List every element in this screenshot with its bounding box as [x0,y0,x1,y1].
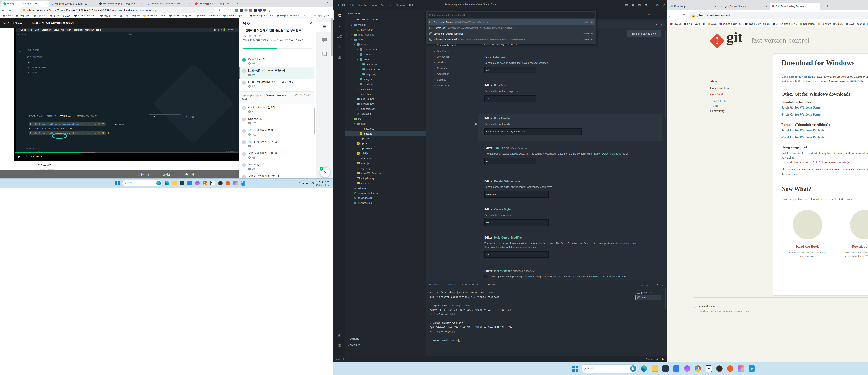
maintained-build-link[interactable]: maintained build [781,80,801,83]
tree-item[interactable]: .gitignore [345,186,426,191]
panel-tab[interactable]: TERMINAL [485,283,497,287]
tab-link[interactable]: Tab [523,275,527,278]
tab-close-icon[interactable]: ✕ [93,2,95,5]
tree-item[interactable]: package.json [345,195,426,200]
settings-toc-item[interactable]: ›Workbench [434,54,477,60]
panel-maximize-icon[interactable]: ⌃ [656,284,659,287]
taskbar-notion-icon[interactable] [705,365,713,373]
lecture-list-item[interactable]: ✓ 상품 업로드 페이지 구현 - 1 ▶ [239,173,313,179]
video-panel-tab[interactable]: PROBLEMS [29,115,42,119]
reload-icon[interactable]: ⟳ [14,8,17,12]
tree-item[interactable]: ∨ icons [345,57,426,62]
lecture-list-item[interactable]: ✓ 상품 상세 페이지 구현 - 3 ▶6분 [239,150,313,161]
detect-indentation-link[interactable]: Editor: Detect Indentation [594,152,623,155]
volume-icon[interactable]: ◁) [25,155,28,158]
clear-settings-filter-icon[interactable]: ≡✕ [654,23,658,26]
taskbar-chrome-icon[interactable] [202,180,208,186]
bookmark-item[interactable]: 정보보호볼륨관리 [718,22,744,26]
tree-item[interactable]: index.css [345,156,426,161]
browser-tab[interactable]: Git - Downloading Package ✕ [770,3,820,10]
tree-item[interactable]: manifest.json [345,106,426,112]
multicursor-modifier-link[interactable]: multicursor modifier [516,246,537,248]
taskbar-edge-icon[interactable] [640,365,648,373]
panel-more-icon[interactable]: ⋯ [651,284,654,287]
tab-close-icon[interactable]: ✕ [189,2,191,5]
lecture-list-item[interactable]: ✓ react-router-dom 설치하기 ▶9분 [239,104,313,116]
tab-close-icon[interactable]: ✕ [141,2,143,5]
taskbar-loop-icon[interactable] [683,365,691,373]
panel-tab[interactable]: DEBUG CONSOLE [461,283,481,287]
activity-explorer-icon[interactable]: ⧉ [333,10,345,21]
bookmark-item[interactable]: Saltware FITCloud.. [142,13,168,18]
taskbar-designer-icon[interactable] [737,365,745,373]
outline-section[interactable]: › OUTLINE [345,336,426,340]
browser-tab[interactable]: G git - Google Search ✕ [719,3,769,10]
toggle-panel-icon[interactable]: ⬓ [632,3,634,7]
tree-item[interactable]: timer.js [345,181,426,186]
tab-close-icon[interactable]: ✕ [45,2,47,5]
tab-close-icon[interactable]: ✕ [715,5,717,8]
bookmark-item[interactable]: SK올더스복지몰 [682,22,706,26]
extension-icon[interactable] [258,8,261,12]
settings-toc-item[interactable]: ›Features [434,65,477,71]
taskbar-onenote-icon[interactable] [225,180,231,186]
bookmark-item[interactable]: SK올더스복지몰 [14,13,37,18]
video-shell-select[interactable]: 2: zsh ⌄ [149,115,181,119]
winget-link[interactable]: winget tool [789,151,803,155]
other-bookmarks[interactable]: 기타 북마크 [313,13,331,18]
bookmark-item[interactable]: ISO/IEC 27k cloud.. [73,13,99,18]
lecture-list-item[interactable]: ✓ [그랩마켓] Git Commit 적용하기 ▶9분 [239,67,313,79]
panel-scrollbar[interactable] [664,288,666,309]
tree-item[interactable]: avatar.png [345,62,426,67]
tree-item[interactable]: README.md [345,200,426,206]
menu-item[interactable]: Terminal [394,4,407,6]
site-nav-item[interactable]: Community [710,109,748,113]
taskbar-phone-link-icon[interactable] [661,365,670,373]
panel-close-icon[interactable]: ✕ [661,284,663,287]
download-link[interactable]: Click here to download [781,75,810,78]
quick-pick-row[interactable]: ›_ Command Prompt C:\WINDOWS\System32\cm… [428,19,595,25]
taskbar-search[interactable]: ⌕ 검색 b [122,180,162,186]
panel-tab[interactable]: OUTPUT [446,283,456,287]
site-nav-item[interactable]: GUI Clients [713,99,748,102]
taskbar-edge-icon[interactable] [164,180,170,186]
bookmark-item[interactable]: AWSRegion별 서비.. [844,22,868,26]
browser-tab[interactable]: G windows vscode git cmdlet 에.. ✕ [145,1,193,7]
address-bar[interactable]: 🔒 git-scm.com/download/win [689,12,868,19]
back-icon[interactable]: ← [668,13,672,18]
video-panel-tab[interactable]: DEBUG CONSOLE [76,115,97,119]
site-nav-item[interactable]: Downloads [710,93,748,96]
feedback-icon[interactable]: ◉ [656,358,658,361]
tree-item[interactable]: setupTests.js [345,176,426,181]
tree-item[interactable]: favicon.ico [345,87,426,92]
tree-item[interactable]: child.js [345,151,426,156]
next-lesson-button[interactable]: 다음 수업 〉 [183,173,197,176]
taskbar-loop-icon[interactable] [194,180,200,186]
bookmark-item[interactable]: WaterFall기반 네트.. [222,13,248,18]
problems-status[interactable]: ⊘ 0 △ 0 [336,358,344,361]
google-icon[interactable]: G [217,8,220,12]
font-size-input[interactable]: 14 [484,95,536,102]
rail-toc-icon[interactable]: ≣ [316,22,333,32]
editor-more-icon[interactable]: ⋯ [659,13,662,16]
bookmark-item[interactable]: Saltware FITCloud.. [817,22,844,26]
tree-item[interactable]: ∨ main [345,121,426,126]
font-family-input[interactable]: Consolas, 'Courier New', monospace [484,128,582,135]
lecture-list-item[interactable]: ✓ 상품 상세 페이지 구현 - 2 ▶11분 [239,138,313,150]
feature-title-link[interactable]: Read the Book [796,244,819,249]
toggle-secondary-sidebar-icon[interactable]: ⬔ [638,3,641,7]
customize-layout-icon[interactable]: ⊞ [645,3,647,7]
window-close[interactable]: ✕ [327,1,329,4]
site-nav-item[interactable]: Logos [713,104,748,107]
split-editor-icon[interactable]: ◫ [654,13,656,16]
git-logo[interactable] [710,33,725,49]
terminal-instance[interactable]: ›_ cmd [636,295,661,300]
start-button[interactable] [571,365,580,373]
browser-tab[interactable]: Git 설치오류 / 'git' 용어가 cmdl.. ✕ [193,1,241,7]
taskbar-vscode-icon[interactable] [747,365,756,373]
tree-item[interactable]: › __MACOSX [345,47,426,52]
taskbar-notion-icon[interactable] [210,180,216,186]
menu-item[interactable]: Help [407,4,416,6]
insert-spaces-checkbox[interactable]: ✓ [484,275,488,278]
bookmark-item[interactable]: AWS [706,22,718,26]
